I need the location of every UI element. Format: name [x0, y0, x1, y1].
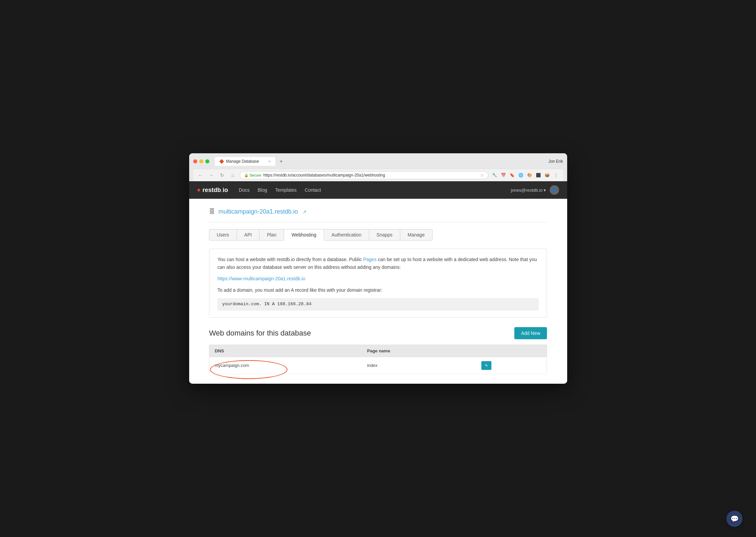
section-title: Web domains for this database — [209, 329, 311, 338]
site-logo: restdb.io — [197, 187, 228, 194]
divider — [209, 222, 547, 222]
table-row: mycampaign.com index ✎ — [209, 357, 547, 374]
nav-right: jones@restdb.io ▾ 👤 — [511, 185, 559, 195]
address-bar[interactable]: 🔒 Secure https://restdb.io/account/datab… — [240, 171, 488, 179]
page-content: restdb.io Docs Blog Templates Contact jo… — [189, 181, 567, 383]
dns-code-block: yourdomain.com. IN A 188.166.28.84 — [217, 298, 539, 311]
tab-users[interactable]: Users — [209, 229, 237, 241]
new-tab-button[interactable]: + — [277, 157, 286, 166]
col-header-dns: DNS — [209, 345, 362, 357]
tab-webhosting[interactable]: Webhosting — [284, 229, 324, 241]
browser-tab[interactable]: Manage Database × — [215, 157, 275, 166]
dns-value: mycampaign.com — [215, 363, 249, 368]
tab-close-button[interactable]: × — [268, 159, 270, 163]
lock-icon: 🔒 — [244, 173, 249, 178]
dns-cell: mycampaign.com — [209, 357, 362, 374]
db-header: 🗄 multicampaign-20a1.restdb.io ↗ — [209, 208, 547, 215]
main-content: 🗄 multicampaign-20a1.restdb.io ↗ Users A… — [193, 199, 563, 383]
col-header-actions — [476, 345, 547, 357]
site-nav: restdb.io Docs Blog Templates Contact jo… — [189, 181, 567, 199]
db-title[interactable]: multicampaign-20a1.restdb.io — [218, 208, 298, 215]
info-text-2: To add a domain, you must add an A recor… — [217, 286, 539, 294]
external-link-icon[interactable]: ↗ — [303, 209, 307, 215]
extension-icon-4[interactable]: 🌐 — [517, 171, 525, 179]
tab-favicon — [219, 159, 224, 164]
add-new-button[interactable]: Add New — [514, 327, 547, 339]
browser-toolbar: ← → ↻ ⌂ 🔒 Secure https://restdb.io/accou… — [193, 169, 563, 181]
extension-icon-1[interactable]: 🔧 — [491, 171, 499, 179]
tab-plan[interactable]: Plan — [259, 229, 284, 241]
section-header: Web domains for this database Add New — [209, 327, 547, 339]
browser-chrome: Manage Database × + Jon Erik ← → ↻ ⌂ 🔒 S… — [189, 153, 567, 181]
col-header-page: Page name — [362, 345, 476, 357]
window-user: Jon Erik — [548, 159, 563, 164]
logo-text: restdb.io — [203, 187, 228, 194]
page-name-cell: index — [362, 357, 476, 374]
nav-contact[interactable]: Contact — [305, 187, 321, 193]
bookmark-icon[interactable]: ☆ — [480, 173, 484, 178]
info-box: You can host a website with restdb.io di… — [209, 249, 547, 317]
extension-icon-7[interactable]: 📦 — [544, 171, 551, 179]
pages-link[interactable]: Pages — [363, 257, 377, 262]
db-url-link[interactable]: https://www-multicampaign-20a1.restdb.io — [217, 276, 305, 281]
edit-domain-button[interactable]: ✎ — [481, 361, 491, 370]
extension-icon-3[interactable]: 🔖 — [509, 171, 516, 179]
secure-label: Secure — [250, 173, 262, 177]
forward-button[interactable]: → — [207, 171, 215, 179]
domains-table: DNS Page name mycampaign.com index — [209, 345, 547, 374]
close-button[interactable] — [193, 159, 197, 163]
chat-icon: 💬 — [730, 515, 739, 523]
dns-cell-wrapper: mycampaign.com — [215, 363, 356, 368]
nav-links: Docs Blog Templates Contact — [239, 187, 321, 193]
nav-docs[interactable]: Docs — [239, 187, 250, 193]
extension-icon-5[interactable]: 🎨 — [526, 171, 534, 179]
browser-window: Manage Database × + Jon Erik ← → ↻ ⌂ 🔒 S… — [189, 153, 567, 383]
tab-snapps[interactable]: Snapps — [369, 229, 400, 241]
chat-button[interactable]: 💬 — [726, 511, 743, 527]
nav-blog[interactable]: Blog — [257, 187, 267, 193]
database-icon: 🗄 — [209, 208, 215, 215]
minimize-button[interactable] — [199, 159, 203, 163]
user-menu[interactable]: jones@restdb.io ▾ — [511, 188, 546, 193]
toolbar-icons: 🔧 📅 🔖 🌐 🎨 ⬛ 📦 ⋮ — [491, 171, 560, 179]
tab-manage[interactable]: Manage — [400, 229, 433, 241]
extension-icon-6[interactable]: ⬛ — [535, 171, 542, 179]
traffic-lights — [193, 159, 209, 163]
extension-icon-2[interactable]: 📅 — [500, 171, 507, 179]
tabs-container: Users API Plan Webhosting Authentication… — [209, 229, 547, 241]
secure-badge: 🔒 Secure — [244, 173, 262, 178]
menu-icon[interactable]: ⋮ — [552, 171, 560, 179]
tab-title: Manage Database — [226, 159, 259, 164]
title-bar: Manage Database × + Jon Erik — [193, 157, 563, 166]
action-cell: ✎ — [476, 357, 547, 374]
back-button[interactable]: ← — [197, 171, 205, 179]
home-button[interactable]: ⌂ — [229, 171, 237, 179]
user-avatar[interactable]: 👤 — [550, 185, 559, 195]
maximize-button[interactable] — [205, 159, 209, 163]
info-db-url: https://www-multicampaign-20a1.restdb.io — [217, 275, 539, 282]
logo-accent-icon — [197, 188, 201, 192]
nav-templates[interactable]: Templates — [275, 187, 297, 193]
info-text-1: You can host a website with restdb.io di… — [217, 256, 539, 271]
tab-api[interactable]: API — [237, 229, 260, 241]
refresh-button[interactable]: ↻ — [218, 171, 226, 179]
url-text[interactable]: https://restdb.io/account/databases/mult… — [263, 173, 385, 178]
tab-authentication[interactable]: Authentication — [324, 229, 369, 241]
table-header-row: DNS Page name — [209, 345, 547, 357]
